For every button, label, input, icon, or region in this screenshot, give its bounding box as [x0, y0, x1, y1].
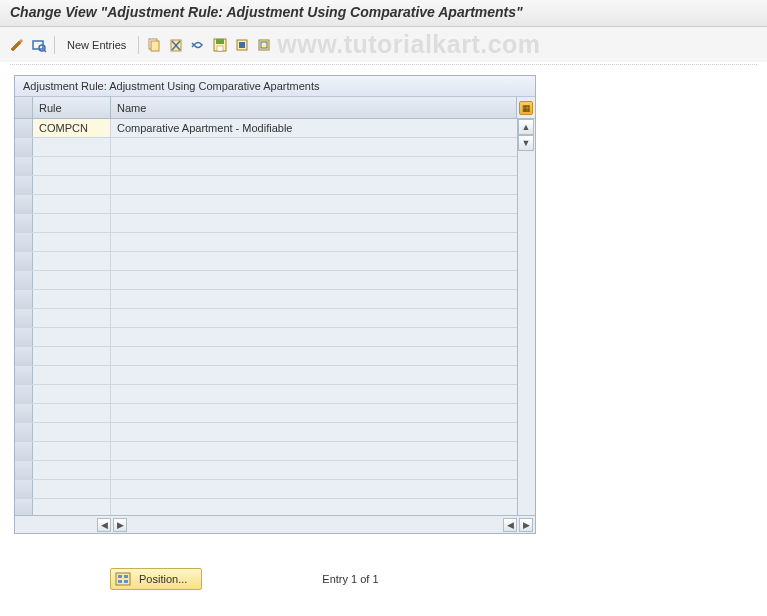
cell-name[interactable] — [111, 252, 517, 270]
cell-name[interactable] — [111, 195, 517, 213]
table-row-empty[interactable] — [15, 347, 517, 366]
vertical-scrollbar[interactable]: ▲ ▼ — [517, 119, 535, 515]
position-button[interactable]: Position... — [110, 568, 202, 590]
cell-name[interactable] — [111, 423, 517, 441]
cell-rule[interactable] — [33, 195, 111, 213]
horizontal-scrollbar[interactable]: ◀ ▶ ◀ ▶ — [15, 515, 535, 533]
table-row[interactable]: COMPCNComparative Apartment - Modifiable — [15, 119, 517, 138]
cell-rule[interactable] — [33, 347, 111, 365]
scroll-left-button-2[interactable]: ◀ — [503, 518, 517, 532]
row-marker[interactable] — [15, 176, 33, 194]
cell-name[interactable] — [111, 271, 517, 289]
row-marker[interactable] — [15, 271, 33, 289]
table-row-empty[interactable] — [15, 385, 517, 404]
cell-name[interactable] — [111, 499, 517, 515]
cell-name[interactable] — [111, 366, 517, 384]
cell-name[interactable] — [111, 176, 517, 194]
table-row-empty[interactable] — [15, 176, 517, 195]
cell-rule[interactable]: COMPCN — [33, 119, 111, 137]
scroll-right-button-2[interactable]: ▶ — [519, 518, 533, 532]
table-row-empty[interactable] — [15, 366, 517, 385]
row-marker[interactable] — [15, 309, 33, 327]
table-row-empty[interactable] — [15, 195, 517, 214]
row-marker[interactable] — [15, 233, 33, 251]
cell-rule[interactable] — [33, 233, 111, 251]
table-row-empty[interactable] — [15, 214, 517, 233]
row-marker[interactable] — [15, 290, 33, 308]
table-row-empty[interactable] — [15, 423, 517, 442]
cell-name[interactable] — [111, 404, 517, 422]
row-marker[interactable] — [15, 366, 33, 384]
cell-rule[interactable] — [33, 214, 111, 232]
row-marker[interactable] — [15, 138, 33, 156]
cell-name[interactable] — [111, 290, 517, 308]
cell-rule[interactable] — [33, 176, 111, 194]
cell-name[interactable] — [111, 442, 517, 460]
column-header-name[interactable]: Name — [111, 97, 517, 118]
cell-rule[interactable] — [33, 271, 111, 289]
select-all-icon[interactable] — [233, 36, 251, 54]
scroll-up-button[interactable]: ▲ — [518, 119, 534, 135]
cell-name[interactable] — [111, 157, 517, 175]
save-icon[interactable] — [211, 36, 229, 54]
cell-rule[interactable] — [33, 328, 111, 346]
row-marker[interactable] — [15, 214, 33, 232]
row-marker[interactable] — [15, 404, 33, 422]
cell-name[interactable] — [111, 309, 517, 327]
cell-rule[interactable] — [33, 252, 111, 270]
table-row-empty[interactable] — [15, 461, 517, 480]
row-marker[interactable] — [15, 499, 33, 515]
table-row-empty[interactable] — [15, 252, 517, 271]
row-marker[interactable] — [15, 461, 33, 479]
row-marker[interactable] — [15, 157, 33, 175]
cell-rule[interactable] — [33, 290, 111, 308]
cell-rule[interactable] — [33, 499, 111, 515]
scroll-right-button[interactable]: ▶ — [113, 518, 127, 532]
deselect-all-icon[interactable] — [255, 36, 273, 54]
cell-rule[interactable] — [33, 423, 111, 441]
row-marker[interactable] — [15, 347, 33, 365]
column-header-rule[interactable]: Rule — [33, 97, 111, 118]
copy-icon[interactable] — [145, 36, 163, 54]
table-row-empty[interactable] — [15, 328, 517, 347]
cell-name[interactable] — [111, 328, 517, 346]
cell-name[interactable] — [111, 138, 517, 156]
cell-rule[interactable] — [33, 138, 111, 156]
undo-icon[interactable] — [189, 36, 207, 54]
scroll-left-button[interactable]: ◀ — [97, 518, 111, 532]
row-marker[interactable] — [15, 328, 33, 346]
delete-icon[interactable] — [167, 36, 185, 54]
cell-rule[interactable] — [33, 442, 111, 460]
table-row-empty[interactable] — [15, 233, 517, 252]
table-row-empty[interactable] — [15, 138, 517, 157]
cell-rule[interactable] — [33, 366, 111, 384]
row-marker[interactable] — [15, 252, 33, 270]
cell-rule[interactable] — [33, 461, 111, 479]
cell-name[interactable] — [111, 461, 517, 479]
cell-name[interactable] — [111, 214, 517, 232]
cell-rule[interactable] — [33, 404, 111, 422]
row-marker-header[interactable] — [15, 97, 33, 118]
table-row-empty[interactable] — [15, 404, 517, 423]
cell-name[interactable] — [111, 385, 517, 403]
table-row-empty[interactable] — [15, 480, 517, 499]
row-marker[interactable] — [15, 119, 33, 137]
scroll-down-button[interactable]: ▼ — [518, 135, 534, 151]
other-entry-icon[interactable] — [30, 36, 48, 54]
table-row-empty[interactable] — [15, 290, 517, 309]
table-row-empty[interactable] — [15, 442, 517, 461]
cell-name[interactable] — [111, 480, 517, 498]
cell-name[interactable]: Comparative Apartment - Modifiable — [111, 119, 517, 137]
row-marker[interactable] — [15, 480, 33, 498]
table-row-empty[interactable] — [15, 271, 517, 290]
row-marker[interactable] — [15, 195, 33, 213]
table-row-empty[interactable] — [15, 157, 517, 176]
row-marker[interactable] — [15, 423, 33, 441]
cell-rule[interactable] — [33, 309, 111, 327]
cell-rule[interactable] — [33, 480, 111, 498]
table-row-empty[interactable] — [15, 499, 517, 515]
cell-rule[interactable] — [33, 157, 111, 175]
cell-name[interactable] — [111, 347, 517, 365]
new-entries-button[interactable]: New Entries — [61, 39, 132, 51]
table-row-empty[interactable] — [15, 309, 517, 328]
